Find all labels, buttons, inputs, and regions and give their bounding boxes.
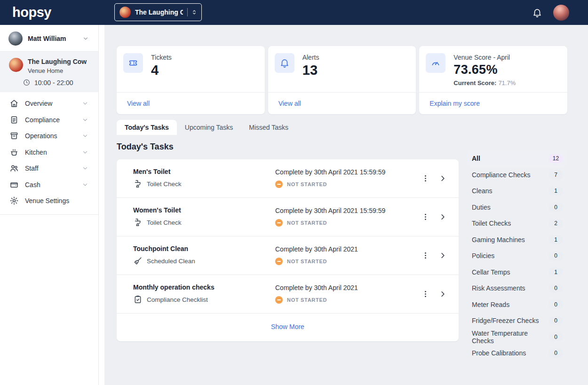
sidebar: Matt William The Laughing Cow Venue Home… [0,25,99,385]
not-started-icon [275,219,283,227]
sidebar-item-overview[interactable]: Overview [0,95,98,112]
notifications-bell-icon[interactable] [532,8,542,18]
status-label: NOT STARTED [287,181,327,187]
filter-item-duties[interactable]: Duties 0 [467,199,567,216]
count-badge: 1 [548,267,563,276]
current-score-value: 71.7% [498,79,516,86]
sidebar-item-kitchen[interactable]: Kitchen [0,144,98,161]
tab-upcoming-tasks[interactable]: Upcoming Tasks [177,120,241,135]
venue-selector-label: The Laughing Cow [135,8,183,16]
chevron-down-icon [82,133,88,139]
sidebar-item-label: Compliance [25,116,82,124]
venue-selector[interactable]: The Laughing Cow [114,3,202,21]
broom-icon [133,256,143,266]
sidebar-item-label: Staff [25,165,82,172]
filter-item-toilet-checks[interactable]: Toilet Checks 2 [467,215,567,232]
sidebar-nav: Overview Compliance Operations Kitchen [0,92,98,215]
status-label: NOT STARTED [287,297,327,303]
chevron-right-icon[interactable] [438,174,447,183]
filter-label: All [472,155,480,162]
stat-cards: Tickets 4 View all Alerts 13 [117,46,567,114]
filter-item-gaming-machines[interactable]: Gaming Machines 1 [467,232,567,248]
chevron-down-icon [82,100,88,107]
venue-home-card[interactable]: The Laughing Cow Venue Home 10:00 - 22:0… [0,52,98,92]
status-badge: NOT STARTED [275,296,421,304]
filter-item-risk-assessments[interactable]: Risk Assessments 0 [467,280,567,297]
status-badge: NOT STARTED [275,258,421,265]
chevron-right-icon[interactable] [438,212,447,221]
sidebar-item-label: Kitchen [25,149,82,156]
not-started-icon [275,181,283,188]
filter-item-fridge-freezer-checks[interactable]: Fridge/Freezer Checks 0 [467,313,567,329]
chevron-down-icon [82,35,89,42]
status-badge: NOT STARTED [275,219,421,227]
task-due: Complete by 30th April 2021 15:59:59 [275,207,421,214]
gauge-icon [426,53,445,73]
venue-score-label: Venue Score - April [453,53,516,61]
sidebar-item-label: Overview [25,100,82,107]
sidebar-item-staff[interactable]: Staff [0,160,98,177]
filter-item-water-temperature-checks[interactable]: Water Temperature Checks 0 [467,329,567,346]
filter-label: Fridge/Freezer Checks [472,317,539,324]
bell-icon [275,53,294,73]
alerts-value: 13 [302,63,319,78]
kebab-menu-icon[interactable] [421,174,430,183]
venue-name: The Laughing Cow [28,58,87,66]
clock-icon [23,79,31,86]
filter-item-policies[interactable]: Policies 0 [467,248,567,264]
venue-hours: 10:00 - 22:00 [34,79,73,86]
filter-item-compliance-checks[interactable]: Compliance Checks 7 [467,167,567,183]
task-type-label: Scheduled Clean [147,258,195,265]
sidebar-item-cash[interactable]: Cash [0,177,98,193]
venue-selector-avatar [119,7,131,18]
tab-todays-tasks[interactable]: Today's Tasks [117,120,177,135]
filter-label: Cleans [472,187,493,195]
kebab-menu-icon[interactable] [421,212,430,221]
sidebar-item-operations[interactable]: Operations [0,128,98,144]
status-label: NOT STARTED [287,220,327,226]
user-menu[interactable]: Matt William [0,25,98,51]
sidebar-item-venue-settings[interactable]: Venue Settings [0,193,98,209]
chevron-right-icon[interactable] [438,251,447,260]
show-more-link[interactable]: Show More [271,323,304,330]
top-bar: hopsy The Laughing Cow [0,0,588,25]
filter-item-meter-reads[interactable]: Meter Reads 0 [467,297,567,313]
filter-item-all[interactable]: All 12 [467,150,567,167]
count-badge: 0 [548,284,563,293]
task-title: Women's Toilet [133,206,270,214]
user-avatar[interactable] [553,5,569,21]
box-icon [9,131,19,141]
chevron-right-icon[interactable] [438,290,447,299]
main-area: Tickets 4 View all Alerts 13 [99,25,588,385]
alerts-card: Alerts 13 View all [268,46,416,114]
tickets-label: Tickets [151,53,172,61]
sidebar-item-label: Operations [25,132,82,140]
filter-item-cellar-temps[interactable]: Cellar Temps 1 [467,264,567,281]
task-due: Complete by 30th April 2021 [275,284,421,291]
filter-label: Meter Reads [472,301,509,308]
count-badge: 0 [548,349,563,358]
task-type-label: Toilet Check [147,219,182,226]
tickets-view-all-link[interactable]: View all [127,100,150,107]
explain-score-link[interactable]: Explain my score [429,100,480,107]
filter-label: Probe Calibrations [472,349,526,357]
status-label: NOT STARTED [287,259,327,264]
filter-item-cleans[interactable]: Cleans 1 [467,183,567,199]
task-type-label: Toilet Check [147,181,182,188]
filter-label: Gaming Machines [472,236,525,244]
sidebar-item-compliance[interactable]: Compliance [0,112,98,128]
not-started-icon [275,296,283,304]
alerts-label: Alerts [302,53,319,61]
filter-label: Water Temperature Checks [472,330,548,345]
count-badge: 0 [548,203,563,212]
alerts-view-all-link[interactable]: View all [278,100,301,107]
filter-label: Risk Assessments [472,284,525,292]
filter-item-probe-calibrations[interactable]: Probe Calibrations 0 [467,345,567,361]
toilet-icon [133,218,143,227]
content-panel: Tickets 4 View all Alerts 13 [104,25,588,385]
filter-label: Duties [472,204,491,211]
kebab-menu-icon[interactable] [421,251,430,260]
staff-icon [9,164,19,173]
kebab-menu-icon[interactable] [421,290,430,299]
tab-missed-tasks[interactable]: Missed Tasks [241,120,296,135]
